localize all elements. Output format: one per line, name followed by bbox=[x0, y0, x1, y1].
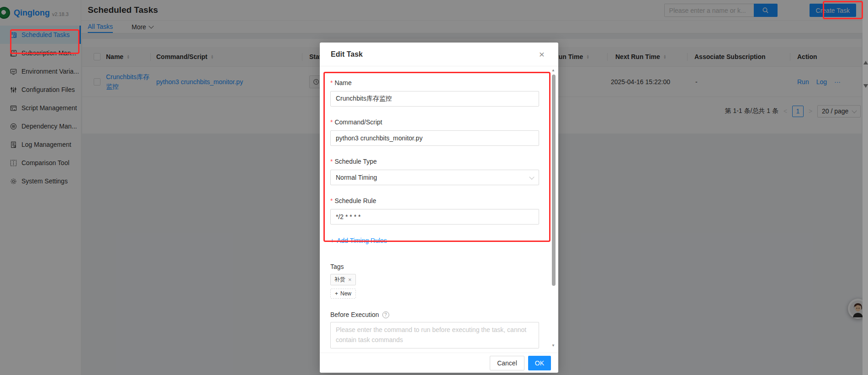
modal-footer: Cancel OK bbox=[320, 353, 558, 373]
question-circle-icon[interactable]: ? bbox=[382, 311, 389, 318]
scroll-up-icon bbox=[863, 61, 868, 64]
tag-chip: 补货 × bbox=[330, 274, 356, 285]
modal-scroll-down-icon[interactable]: ▼ bbox=[551, 343, 555, 348]
name-field-label: *Name bbox=[330, 79, 539, 86]
schedule-rule-label: *Schedule Rule bbox=[330, 197, 539, 204]
page-scrollbar[interactable] bbox=[863, 0, 868, 375]
modal-header: Edit Task bbox=[320, 43, 558, 66]
cancel-button[interactable]: Cancel bbox=[490, 356, 524, 370]
new-tag-button[interactable]: + New bbox=[330, 289, 356, 299]
schedule-type-select[interactable]: Normal Timing bbox=[330, 170, 539, 185]
close-icon[interactable]: × bbox=[535, 48, 548, 61]
tags-label: Tags bbox=[330, 263, 539, 270]
plus-icon: + bbox=[335, 290, 338, 297]
command-field[interactable] bbox=[330, 130, 539, 146]
modal-scrollbar[interactable] bbox=[552, 75, 556, 286]
ok-button[interactable]: OK bbox=[528, 356, 551, 370]
plus-icon: + bbox=[330, 237, 334, 244]
modal-title: Edit Task bbox=[331, 50, 363, 59]
add-timing-rules-link[interactable]: + Add Timing Rules bbox=[330, 237, 539, 244]
before-execution-label: Before Execution bbox=[330, 311, 379, 318]
command-field-label: *Command/Script bbox=[330, 118, 539, 126]
screen: Qinglong v2.18.3 Scheduled Tasks Subscri… bbox=[0, 0, 868, 375]
remove-tag-icon[interactable]: × bbox=[348, 276, 352, 283]
scroll-down-icon bbox=[863, 84, 868, 88]
schedule-rule-field[interactable] bbox=[330, 209, 539, 225]
schedule-type-label: *Schedule Type bbox=[330, 158, 539, 165]
modal-scroll-up-icon[interactable]: ▲ bbox=[551, 68, 555, 72]
before-execution-textarea[interactable] bbox=[330, 322, 539, 348]
name-field[interactable] bbox=[330, 91, 539, 107]
chevron-down-icon bbox=[529, 174, 534, 179]
edit-task-modal: Edit Task × *Name *Command/Script *Sched… bbox=[320, 43, 558, 373]
